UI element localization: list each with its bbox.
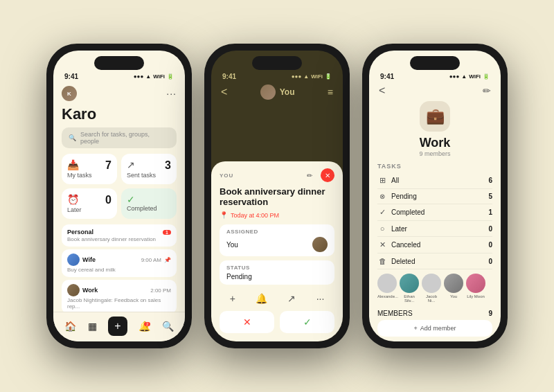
add-member-button[interactable]: + Add member: [377, 320, 492, 337]
dynamic-island-2: [252, 56, 302, 70]
edit-button[interactable]: ✏: [303, 168, 316, 182]
member-alexander[interactable]: Alexande...: [377, 274, 397, 303]
edit-button-3[interactable]: ✏: [483, 85, 491, 96]
later-count: 0: [105, 194, 111, 206]
tab-notifications[interactable]: 🔔 2: [138, 321, 150, 332]
member-jacob[interactable]: Jacob Ni...: [422, 274, 441, 303]
more-button-1[interactable]: ···: [166, 88, 177, 99]
work-time: 2:00 PM: [150, 287, 171, 294]
member-ethan[interactable]: Ethan Silv...: [400, 274, 419, 303]
phone1-main: K ··· Karo 🔍 Search for tasks, groups, p…: [53, 82, 185, 312]
home-icon: 🏠: [64, 321, 76, 332]
phone-3: 9:41 ●●● ▲ WiFi 🔋 < ✏ 💼 Work: [362, 44, 508, 348]
modal-footer: ✕ ✓: [220, 311, 334, 333]
deleted-label: Deleted: [391, 258, 415, 265]
add-member-label: Add member: [420, 325, 456, 332]
ethan-avatar: [400, 274, 419, 293]
ethan-label: Ethan Silv...: [400, 294, 419, 303]
tasks-section-label: TASKS: [377, 163, 492, 170]
alexander-label: Alexande...: [377, 294, 397, 299]
alexander-avatar: [377, 274, 397, 293]
personal-badge: 1: [163, 230, 171, 235]
sent-tasks-label: Sent tasks: [127, 172, 171, 179]
cancel-task-button[interactable]: ✕: [220, 311, 274, 333]
completed-card[interactable]: ✓ Completed: [121, 188, 177, 219]
completed-row-icon: ✓: [377, 208, 387, 217]
all-label: All: [391, 177, 399, 184]
pending-task-row[interactable]: ⊗ Pending 5: [377, 189, 492, 204]
all-count: 6: [488, 177, 492, 184]
modal-header: YOU ✏ ✕: [220, 168, 334, 182]
pin-icon-wife: 📌: [164, 257, 171, 263]
later-label: Later: [67, 206, 111, 213]
lily-label: Lily Moon: [467, 294, 485, 299]
members-count-row: MEMBERS 9: [377, 307, 492, 320]
canceled-icon: ✕: [377, 240, 387, 249]
modal-tag: YOU: [220, 172, 233, 179]
status-icons-1: ●●● ▲ WiFi 🔋: [134, 73, 174, 80]
back-button-2[interactable]: <: [221, 86, 227, 98]
later-task-row[interactable]: ○ Later 0: [377, 221, 492, 237]
my-tasks-card[interactable]: 📥 7 My tasks: [62, 154, 117, 184]
phone2-main: YOU ✏ ✕ Book anniversary dinner reservat…: [211, 104, 343, 341]
wife-task[interactable]: Wife 9:00 AM 📌 Buy cereal and milk: [62, 249, 177, 277]
dynamic-island-3: [410, 56, 460, 70]
more-toolbar-icon[interactable]: ···: [316, 293, 325, 304]
search-bar-1[interactable]: 🔍 Search for tasks, groups, people: [62, 127, 177, 148]
work-avatar-wrap: 💼: [377, 101, 492, 132]
members-avatars-row: Alexande... Ethan Silv... Jacob Ni...: [377, 274, 492, 303]
close-button[interactable]: ✕: [321, 168, 334, 182]
jacob-ni-avatar: [422, 274, 441, 293]
search-icon-1: 🔍: [69, 134, 76, 141]
personal-section[interactable]: Personal 1 Book anniversary dinner reser…: [62, 224, 177, 247]
completed-row-count: 1: [488, 208, 492, 216]
scene: 9:41 ●●● ▲ WiFi 🔋 K ··· Karo 🔍 Search fo…: [0, 0, 554, 392]
task-modal: YOU ✏ ✕ Book anniversary dinner reservat…: [211, 161, 343, 341]
tab-grid[interactable]: ▦: [88, 321, 97, 332]
deleted-task-row[interactable]: 🗑 Deleted 0: [377, 253, 492, 269]
phone-2: 9:41 ●●● ▲ WiFi 🔋 < You ≡: [204, 44, 350, 348]
status-bar-2: 9:41 ●●● ▲ WiFi 🔋: [211, 70, 343, 82]
back-button-3[interactable]: <: [379, 84, 385, 97]
bell-toolbar-icon[interactable]: 🔔: [256, 293, 267, 304]
send-toolbar-icon[interactable]: ↗: [287, 293, 296, 304]
my-tasks-label: My tasks: [67, 172, 111, 179]
work-name: Work: [82, 287, 98, 294]
sent-icon: ↗: [127, 159, 135, 170]
you-label: You: [450, 294, 457, 299]
member-lily[interactable]: Lily Moon: [466, 274, 485, 303]
pending-count: 5: [488, 193, 492, 200]
wife-avatar: [67, 253, 80, 266]
all-task-row[interactable]: ⊞ All 6: [377, 172, 492, 189]
tab-search[interactable]: 🔍: [162, 321, 174, 332]
confirm-task-button[interactable]: ✓: [280, 311, 334, 333]
completed-icon: ✓: [127, 194, 135, 205]
phone-1: 9:41 ●●● ▲ WiFi 🔋 K ··· Karo 🔍 Search fo…: [46, 44, 192, 348]
add-toolbar-icon[interactable]: +: [230, 293, 235, 304]
canceled-task-row[interactable]: ✕ Canceled 0: [377, 237, 492, 253]
due-text: Today at 4:00 PM: [231, 212, 279, 219]
modal-due-date: 📍 Today at 4:00 PM: [220, 211, 334, 219]
personal-section-name: Personal: [67, 229, 93, 235]
modal-actions: ✏ ✕: [303, 168, 334, 182]
pending-icon: ⊗: [377, 193, 387, 200]
grid-icon: ▦: [88, 321, 97, 332]
assigned-value: You: [226, 241, 238, 249]
work-task[interactable]: Work 2:00 PM Jacob Nightingale: Feedback…: [62, 280, 177, 312]
status-row: Pending: [226, 273, 328, 280]
add-member-plus-icon: +: [414, 325, 418, 332]
menu-button-2[interactable]: ≡: [328, 87, 333, 98]
user-avatar-1[interactable]: K: [62, 86, 77, 101]
status-time-3: 9:41: [380, 73, 394, 80]
sent-tasks-card[interactable]: ↗ 3 Sent tasks: [121, 154, 177, 184]
tab-home[interactable]: 🏠: [64, 321, 76, 332]
jacob-ni-label: Jacob Ni...: [422, 294, 441, 303]
phone2-nav: < You ≡: [211, 82, 343, 104]
canceled-label: Canceled: [391, 241, 420, 249]
add-task-button[interactable]: +: [108, 317, 127, 336]
member-you[interactable]: You: [444, 274, 463, 303]
completed-task-row[interactable]: ✓ Completed 1: [377, 204, 492, 221]
status-bar-3: 9:41 ●●● ▲ WiFi 🔋: [369, 70, 501, 82]
briefcase-icon: 💼: [426, 107, 445, 125]
later-card[interactable]: ⏰ 0 Later: [62, 188, 117, 219]
